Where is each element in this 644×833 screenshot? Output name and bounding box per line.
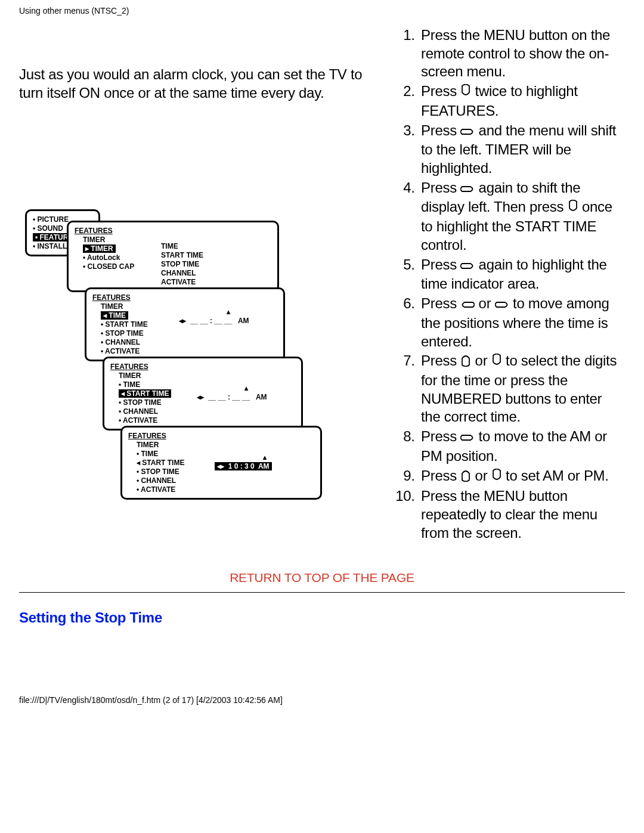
step-5a: Press xyxy=(421,256,460,272)
right-icon xyxy=(460,257,475,275)
step-8: Press to move to the AM or PM position. xyxy=(419,428,625,465)
right-icon xyxy=(460,180,475,199)
right-icon xyxy=(460,123,475,141)
step-4a: Press xyxy=(421,179,460,196)
left-icon xyxy=(460,296,475,314)
step-1: Press the MENU button on the remote cont… xyxy=(419,26,625,81)
step-9a: Press xyxy=(421,467,460,484)
step-6a: Press xyxy=(421,295,460,311)
return-to-top-link[interactable]: RETURN TO TOP OF THE PAGE xyxy=(0,571,644,585)
step-6b: or xyxy=(475,295,494,311)
up-icon xyxy=(460,468,471,487)
step-7b: or xyxy=(471,352,491,368)
osd-screen-3: FEATURES TIMER ◂ TIME • START TIME • STO… xyxy=(85,287,285,361)
step-2a: Press xyxy=(421,83,460,99)
step-9b: or xyxy=(471,467,491,484)
up-icon xyxy=(460,353,471,371)
step-10: Press the MENU button repeatedly to clea… xyxy=(419,487,625,542)
step-6: Press or to move among the positions whe… xyxy=(419,295,625,351)
instruction-steps: Press the MENU button on the remote cont… xyxy=(394,20,625,556)
step-8a: Press xyxy=(421,428,460,444)
step-7a: Press xyxy=(421,352,460,368)
step-9c: to set AM or PM. xyxy=(502,467,609,484)
step-7: Press or to select the digits for the ti… xyxy=(419,352,625,426)
step-3a: Press xyxy=(421,122,460,138)
down-icon xyxy=(568,199,578,218)
footer-path: file:///D|/TV/english/180mt/osd/n_f.htm … xyxy=(0,690,644,712)
step-4: Press again to shift the display left. T… xyxy=(419,179,625,255)
divider xyxy=(19,592,625,593)
step-5: Press again to highlight the time indica… xyxy=(419,256,625,293)
osd-screen-2: FEATURES TIMER ▸ TIMER • AutoLock • CLOS… xyxy=(67,221,279,292)
down-icon xyxy=(491,353,502,371)
down-icon xyxy=(491,468,502,487)
osd-screen-4: FEATURES TIMER • TIME ◂ START TIME • STO… xyxy=(103,357,303,431)
right-icon xyxy=(495,296,509,314)
step-2: Press twice to highlight FEATURES. xyxy=(419,82,625,120)
intro-text: Just as you would an alarm clock, you ca… xyxy=(19,65,376,102)
right-icon xyxy=(460,429,475,447)
osd-menu-illustration: • PICTURE • SOUND • FEATURES • INSTALL F… xyxy=(25,209,376,500)
section-heading-stop-time: Setting the Stop Time xyxy=(0,605,644,631)
breadcrumb: Using other menus (NTSC_2) xyxy=(0,0,644,20)
osd-screen-5: FEATURES TIMER • TIME ◂ START TIME • STO… xyxy=(120,426,322,500)
step-9: Press or to set AM or PM. xyxy=(419,467,625,487)
down-icon xyxy=(460,83,471,102)
step-3: Press and the menu will shift to the lef… xyxy=(419,122,625,178)
left-column: Just as you would an alarm clock, you ca… xyxy=(19,20,376,495)
